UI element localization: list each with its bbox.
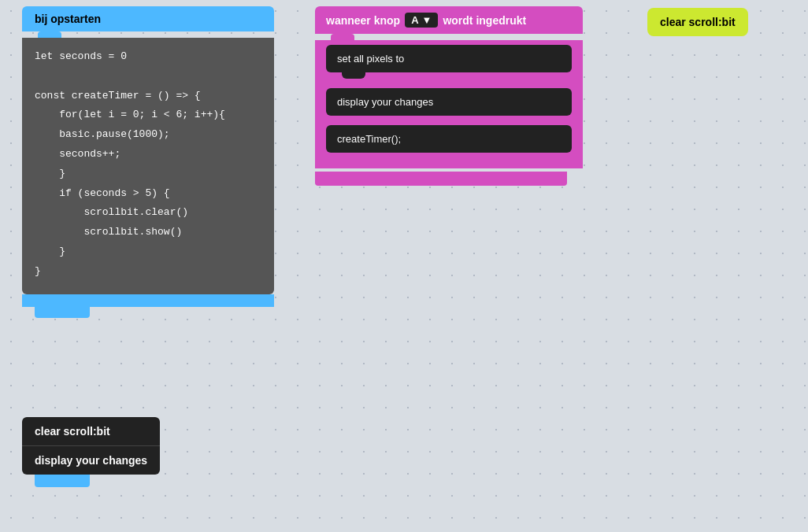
create-timer-label: createTimer(); (337, 133, 401, 145)
display-changes-label: display your changes (337, 96, 433, 108)
bij-opstarten-header: bij opstarten (22, 6, 274, 31)
bottom-blocks[interactable]: clear scroll:bit display your changes (22, 417, 160, 487)
code-line-5: basic.pause(1000); (35, 125, 261, 145)
create-timer-block[interactable]: createTimer(); (326, 125, 572, 153)
code-line-1: let seconds = 0 (35, 47, 261, 67)
bij-opstarten-block[interactable]: bij opstarten let seconds = 0 const crea… (22, 6, 274, 318)
code-line-11: } (35, 242, 261, 262)
code-line-4: for(let i = 0; i < 6; i++){ (35, 105, 261, 125)
clear-scrollbit-bottom-label: clear scroll:bit (35, 425, 110, 438)
code-line-3: const createTimer = () => { (35, 87, 261, 106)
code-line-9: scrollbit.clear() (35, 203, 261, 223)
code-line-7: } (35, 164, 261, 184)
clear-scrollbit-top-block[interactable]: clear scroll:bit (647, 8, 748, 36)
bottom-blue-tab (35, 475, 90, 487)
knop-dropdown[interactable]: A ▼ (405, 13, 438, 28)
wanneer-block[interactable]: wanneer knop A ▼ wordt ingedrukt set all… (315, 6, 583, 186)
set-all-pixels-label: set all pixels to (337, 53, 404, 65)
wanneer-label: wanneer knop (326, 14, 400, 27)
bij-opstarten-tab (35, 307, 90, 318)
code-line-12: } (35, 262, 261, 282)
clear-scrollbit-top-label: clear scroll:bit (660, 16, 736, 28)
code-line-8: if (seconds > 5) { (35, 184, 261, 204)
display-changes-block[interactable]: display your changes (326, 88, 572, 116)
display-changes-bottom-block[interactable]: display your changes (22, 445, 160, 475)
code-line-6: seconds++; (35, 145, 261, 164)
wanneer-header: wanneer knop A ▼ wordt ingedrukt (315, 6, 583, 34)
bij-opstarten-label: bij opstarten (35, 13, 101, 25)
code-line-2 (35, 67, 261, 87)
chevron-down-icon: ▼ (422, 14, 432, 26)
wordt-label: wordt ingedrukt (443, 14, 526, 27)
display-changes-bottom-label: display your changes (35, 454, 147, 467)
set-all-pixels-block[interactable]: set all pixels to (326, 45, 572, 72)
bij-opstarten-body: let seconds = 0 const createTimer = () =… (22, 38, 274, 294)
dropdown-label: A (411, 14, 418, 26)
clear-scrollbit-bottom-block[interactable]: clear scroll:bit (22, 417, 160, 445)
wanneer-body: set all pixels to display your changes c… (315, 40, 583, 168)
code-line-10: scrollbit.show() (35, 223, 261, 242)
wanneer-footer (315, 172, 567, 186)
